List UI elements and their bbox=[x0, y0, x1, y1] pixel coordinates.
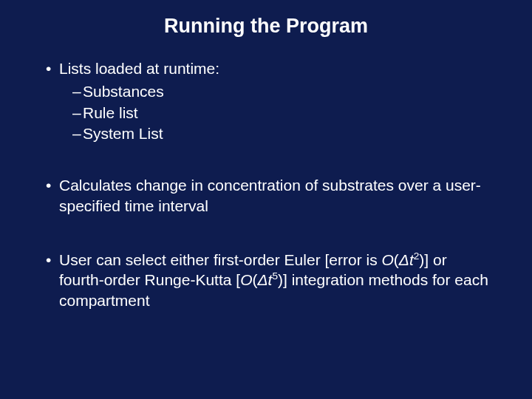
subbullet-text: Substances bbox=[83, 83, 164, 100]
exponent: 5 bbox=[272, 270, 278, 282]
slide-title: Running the Program bbox=[0, 15, 532, 38]
big-o-notation: O bbox=[381, 251, 393, 268]
bullet-calculates: Calculates change in concentration of su… bbox=[37, 175, 495, 216]
paren: ( bbox=[394, 251, 399, 268]
subbullet-text: Rule list bbox=[83, 104, 138, 121]
bullet-integration-methods: User can select either first-order Euler… bbox=[37, 250, 495, 310]
bullet-text-part: User can select either first-order Euler… bbox=[59, 251, 381, 268]
bullet-lists-loaded: Lists loaded at runtime: bbox=[37, 58, 495, 78]
delta-t: Δt bbox=[399, 251, 414, 268]
spacer bbox=[37, 219, 495, 250]
big-o-notation: O bbox=[240, 271, 252, 288]
delta-t: Δt bbox=[257, 271, 272, 288]
slide: Running the Program Lists loaded at runt… bbox=[0, 0, 532, 399]
subbullet-system-list: System List bbox=[37, 123, 495, 144]
bullet-text: Lists loaded at runtime: bbox=[59, 60, 219, 77]
subbullet-substances: Substances bbox=[37, 81, 495, 102]
spacer bbox=[37, 144, 495, 175]
subbullet-rule-list: Rule list bbox=[37, 103, 495, 123]
bullet-text: Calculates change in concentration of su… bbox=[59, 177, 481, 214]
slide-content: Lists loaded at runtime: Substances Rule… bbox=[0, 58, 532, 310]
subbullet-text: System List bbox=[83, 125, 163, 142]
